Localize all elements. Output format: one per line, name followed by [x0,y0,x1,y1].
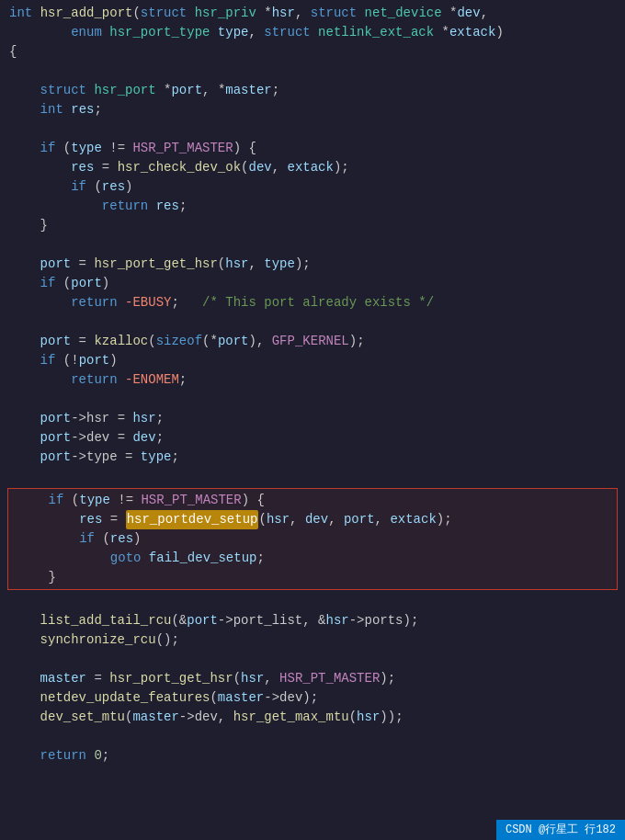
code-line: goto fail_dev_setup ; [8,549,617,568]
code-line [0,467,625,486]
code-line: port ->type = type ; [0,448,625,467]
code-line: return res ; [0,197,625,216]
code-line [0,650,625,669]
code-line: int hsr_add_port ( struct hsr_priv * hsr… [0,4,625,23]
code-line [0,119,625,139]
code-line: } [0,216,625,235]
code-line: res = hsr_check_dev_ok ( dev , extack ); [0,158,625,177]
function-name: hsr_add_port [40,4,133,23]
code-line: if ( res ) [0,177,625,197]
code-line: if ( res ) [8,529,617,549]
code-line [0,235,625,255]
code-line: return -EBUSY ; /* This port already exi… [0,293,625,312]
code-line: return -ENOMEM ; [0,370,625,390]
code-line [0,727,625,746]
code-line [0,592,625,611]
code-line [0,62,625,81]
location-label: @行星工 [539,823,578,836]
code-line: if (! port ) [0,351,625,370]
code-line: netdev_update_features ( master ->dev); [0,688,625,708]
code-line: struct hsr_port * port , * master ; [0,81,625,100]
line-info: 行182 [585,823,616,836]
code-line: { [0,42,625,62]
platform-label: CSDN [506,823,532,836]
code-line: port ->hsr = hsr ; [0,409,625,428]
code-line: port ->dev = dev ; [0,428,625,448]
code-line [0,312,625,332]
highlighted-function: hsr_portdev_setup [126,510,259,529]
code-line: if ( port ) [0,274,625,293]
highlighted-code-block: if ( type != HSR_PT_MASTER ) { res = hsr… [7,488,618,590]
code-line: if ( type != HSR_PT_MASTER ) { [0,139,625,158]
status-bar: CSDN @行星工 行182 [496,820,625,840]
code-line: int res ; [0,100,625,119]
code-line: synchronize_rcu (); [0,630,625,650]
keyword: int [9,4,32,23]
code-line: list_add_tail_rcu (& port ->port_list, &… [0,611,625,630]
code-line: return 0 ; [0,746,625,766]
code-line: master = hsr_port_get_hsr ( hsr , HSR_PT… [0,669,625,688]
code-line: res = hsr_portdev_setup ( hsr , dev , po… [8,510,617,529]
code-line: if ( type != HSR_PT_MASTER ) { [8,491,617,510]
code-line [0,390,625,409]
code-editor: int hsr_add_port ( struct hsr_priv * hsr… [0,0,625,840]
code-line: port = hsr_port_get_hsr ( hsr , type ); [0,255,625,274]
code-line: } [8,568,617,587]
code-line: port = kzalloc ( sizeof (* port ), GFP_K… [0,332,625,351]
code-line: dev_set_mtu ( master ->dev, hsr_get_max_… [0,708,625,727]
code-line: enum hsr_port_type type , struct netlink… [0,23,625,42]
